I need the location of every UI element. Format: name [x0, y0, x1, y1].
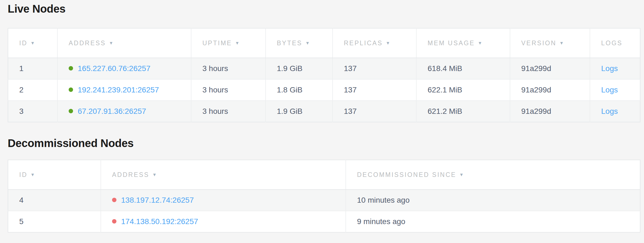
column-header-uptime[interactable]: UPTIME▾ — [191, 28, 266, 58]
live-nodes-title: Live Nodes — [8, 2, 640, 15]
column-header-label: LOGS — [601, 39, 623, 47]
column-header-address[interactable]: ADDRESS▾ — [57, 28, 191, 58]
node-id: 4 — [19, 196, 24, 204]
node-logs-cell: Logs — [590, 79, 640, 101]
sort-arrow-icon: ▾ — [306, 40, 309, 46]
column-header-label: MEM USAGE — [428, 39, 475, 47]
column-header-label: ADDRESS — [112, 171, 149, 178]
node-id-cell: 5 — [8, 211, 101, 232]
column-header-bytes[interactable]: BYTES▾ — [266, 28, 333, 58]
node-address-link[interactable]: 192.241.239.201:26257 — [78, 86, 159, 94]
node-version-cell: 91a299d — [510, 101, 590, 122]
table-row: 4 138.197.12.74:26257 10 minutes ago — [8, 190, 640, 211]
column-header-replicas[interactable]: REPLICAS▾ — [333, 28, 416, 58]
node-replicas: 137 — [344, 107, 357, 115]
node-address-link[interactable]: 67.207.91.36:26257 — [78, 107, 146, 115]
column-header-label: BYTES — [277, 39, 302, 47]
node-mem-usage-cell: 622.1 MiB — [416, 79, 510, 101]
node-bytes-cell: 1.9 GiB — [266, 101, 333, 122]
node-id: 3 — [19, 107, 24, 115]
node-replicas: 137 — [344, 86, 357, 94]
node-address-link[interactable]: 165.227.60.76:26257 — [78, 64, 150, 73]
decommissioned-since: 10 minutes ago — [357, 196, 409, 204]
node-replicas-cell: 137 — [333, 101, 416, 122]
sort-arrow-icon: ▾ — [387, 40, 389, 46]
column-header-version[interactable]: VERSION▾ — [510, 28, 590, 58]
logs-link[interactable]: Logs — [601, 64, 618, 73]
column-header-label: UPTIME — [202, 39, 232, 47]
node-version: 91a299d — [521, 64, 551, 73]
node-uptime: 3 hours — [202, 64, 228, 73]
node-id-cell: 1 — [8, 58, 57, 79]
node-address-cell: 174.138.50.192:26257 — [101, 211, 346, 232]
column-header-address[interactable]: ADDRESS▾ — [101, 160, 346, 190]
node-replicas-cell: 137 — [333, 58, 416, 79]
node-uptime-cell: 3 hours — [191, 79, 266, 101]
decommissioned-status-icon — [112, 198, 116, 202]
node-bytes: 1.9 GiB — [277, 64, 302, 73]
decommissioned-table-header-row: ID▾ ADDRESS▾ DECOMMISSIONED SINCE▾ — [8, 160, 640, 190]
node-id-cell: 2 — [8, 79, 57, 101]
node-mem-usage-cell: 618.4 MiB — [416, 58, 510, 79]
sort-arrow-icon: ▾ — [479, 40, 481, 46]
column-header-label: DECOMMISSIONED SINCE — [357, 171, 456, 178]
node-version: 91a299d — [521, 107, 551, 115]
live-status-icon — [69, 109, 73, 113]
node-address-cell: 192.241.239.201:26257 — [57, 79, 191, 101]
column-header-decommissioned-since[interactable]: DECOMMISSIONED SINCE▾ — [346, 160, 640, 190]
sort-arrow-icon: ▾ — [153, 171, 156, 178]
decommissioned-since-cell: 9 minutes ago — [346, 211, 640, 232]
table-row: 3 67.207.91.36:26257 3 hours 1.9 GiB 137… — [8, 101, 640, 122]
node-bytes: 1.8 GiB — [277, 86, 302, 94]
node-uptime: 3 hours — [202, 107, 228, 115]
node-address-link[interactable]: 174.138.50.192:26257 — [121, 217, 198, 226]
node-logs-cell: Logs — [590, 58, 640, 79]
sort-arrow-icon: ▾ — [236, 40, 239, 46]
column-header-label: VERSION — [521, 39, 556, 47]
column-header-label: ADDRESS — [69, 39, 106, 47]
table-row: 2 192.241.239.201:26257 3 hours 1.8 GiB … — [8, 79, 640, 101]
column-header-logs: LOGS — [590, 28, 640, 58]
live-nodes-table: ID▾ ADDRESS▾ UPTIME▾ BYTES▾ REPLICAS▾ ME… — [8, 28, 640, 122]
node-address-cell: 67.207.91.36:26257 — [57, 101, 191, 122]
decommissioned-since-cell: 10 minutes ago — [346, 190, 640, 211]
node-address-cell: 165.227.60.76:26257 — [57, 58, 191, 79]
node-address-link[interactable]: 138.197.12.74:26257 — [121, 196, 194, 204]
column-header-label: ID — [19, 39, 27, 47]
node-mem-usage: 621.2 MiB — [428, 107, 462, 115]
node-replicas-cell: 137 — [333, 79, 416, 101]
nodes-page: Live Nodes ID▾ ADDRESS▾ UPTIME▾ BYTES▾ R… — [0, 0, 644, 243]
table-row: 1 165.227.60.76:26257 3 hours 1.9 GiB 13… — [8, 58, 640, 79]
node-uptime: 3 hours — [202, 86, 228, 94]
node-version: 91a299d — [521, 86, 551, 94]
node-mem-usage-cell: 621.2 MiB — [416, 101, 510, 122]
node-bytes-cell: 1.8 GiB — [266, 79, 333, 101]
node-mem-usage: 622.1 MiB — [428, 86, 462, 94]
decommissioned-nodes-title: Decommissioned Nodes — [8, 137, 640, 150]
decommissioned-status-icon — [112, 219, 116, 224]
sort-arrow-icon: ▾ — [460, 171, 463, 178]
decommissioned-nodes-table: ID▾ ADDRESS▾ DECOMMISSIONED SINCE▾ 4 138… — [8, 160, 640, 233]
table-row: 5 174.138.50.192:26257 9 minutes ago — [8, 211, 640, 232]
node-logs-cell: Logs — [590, 101, 640, 122]
node-version-cell: 91a299d — [510, 79, 590, 101]
column-header-label: ID — [19, 171, 27, 178]
column-header-label: REPLICAS — [344, 39, 383, 47]
logs-link[interactable]: Logs — [601, 86, 618, 94]
node-address-cell: 138.197.12.74:26257 — [101, 190, 346, 211]
node-uptime-cell: 3 hours — [191, 101, 266, 122]
live-status-icon — [69, 66, 73, 70]
sort-arrow-icon: ▾ — [31, 171, 34, 178]
column-header-id[interactable]: ID▾ — [8, 28, 57, 58]
node-bytes-cell: 1.9 GiB — [266, 58, 333, 79]
node-id: 2 — [19, 86, 24, 94]
node-version-cell: 91a299d — [510, 58, 590, 79]
logs-link[interactable]: Logs — [601, 107, 618, 115]
column-header-id[interactable]: ID▾ — [8, 160, 101, 190]
node-id: 1 — [19, 64, 24, 73]
column-header-mem-usage[interactable]: MEM USAGE▾ — [416, 28, 510, 58]
live-status-icon — [69, 87, 73, 92]
sort-arrow-icon: ▾ — [110, 40, 113, 46]
sort-arrow-icon: ▾ — [560, 40, 563, 46]
node-bytes: 1.9 GiB — [277, 107, 302, 115]
